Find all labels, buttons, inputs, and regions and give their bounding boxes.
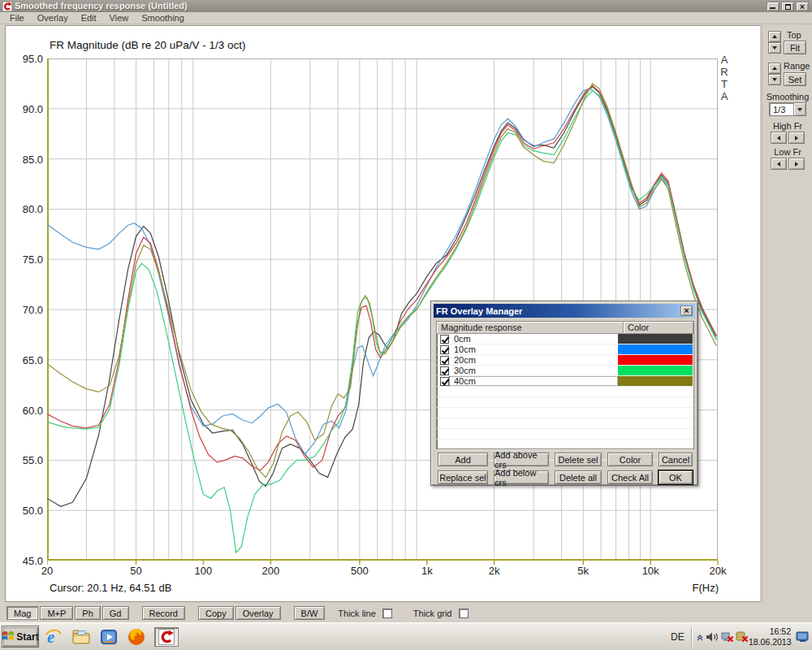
start-label: Start bbox=[16, 631, 38, 643]
x-tick-label: 2k bbox=[474, 565, 515, 577]
range-down-button[interactable] bbox=[768, 74, 781, 85]
thick-line-checkbox[interactable] bbox=[382, 609, 392, 618]
overlay-checkbox-30cm[interactable] bbox=[440, 366, 449, 375]
toolbar-button-record[interactable]: Record bbox=[142, 606, 185, 620]
clock-date: 18.06.2013 bbox=[749, 637, 791, 648]
column-header-magnitude-response[interactable]: Magnitude response bbox=[437, 322, 624, 334]
overlay-label: 0cm bbox=[449, 334, 618, 344]
minimize-button[interactable] bbox=[767, 2, 780, 11]
toolbar-button-copy[interactable]: Copy bbox=[198, 606, 234, 620]
smoothing-value: 1/3 bbox=[770, 105, 793, 115]
color-button[interactable]: Color bbox=[607, 453, 653, 466]
smoothing-dropdown[interactable]: 1/3 bbox=[769, 102, 806, 116]
overlay-row-20cm[interactable]: 20cm bbox=[437, 355, 693, 366]
set-button[interactable]: Set bbox=[784, 72, 806, 86]
smoothing-label: Smoothing bbox=[766, 92, 810, 102]
thick-grid-checkbox[interactable] bbox=[459, 609, 469, 618]
replace-sel-button[interactable]: Replace sel bbox=[438, 470, 488, 484]
overlay-checkbox-20cm[interactable] bbox=[440, 356, 449, 365]
high-fr-right-button[interactable] bbox=[788, 132, 805, 144]
start-button[interactable]: Start bbox=[2, 626, 39, 648]
high-fr-left-button[interactable] bbox=[771, 132, 787, 144]
close-icon: × bbox=[800, 2, 805, 11]
toolbar-button-ph[interactable]: Ph bbox=[75, 606, 100, 620]
y-tick-label: 95.0 bbox=[9, 53, 43, 65]
restore-icon bbox=[785, 4, 791, 10]
thick-line-label: Thick line bbox=[338, 609, 375, 618]
thick-grid-label: Thick grid bbox=[413, 609, 452, 618]
menu-item-view[interactable]: View bbox=[103, 12, 136, 24]
y-tick-label: 80.0 bbox=[9, 203, 43, 215]
y-tick-label: 85.0 bbox=[9, 154, 43, 166]
overlay-checkbox-10cm[interactable] bbox=[440, 345, 449, 354]
color-swatch bbox=[618, 376, 693, 386]
ok-button[interactable]: OK bbox=[659, 470, 693, 484]
network-error-icon[interactable] bbox=[721, 631, 734, 644]
dialog-titlebar[interactable]: FR Overlay Manager × bbox=[434, 304, 695, 318]
firefox-icon[interactable] bbox=[127, 627, 146, 647]
add-above-crs-button[interactable]: Add above crs bbox=[494, 453, 549, 466]
clock[interactable]: 16:52 18.06.2013 bbox=[749, 626, 791, 648]
overlay-label: 30cm bbox=[449, 366, 618, 375]
show-desktop-icon[interactable] bbox=[796, 630, 810, 644]
check-all-button[interactable]: Check All bbox=[607, 470, 653, 484]
x-tick-label: 500 bbox=[339, 565, 380, 577]
overlay-row-30cm[interactable]: 30cm bbox=[437, 366, 693, 376]
language-indicator[interactable]: DE bbox=[671, 631, 685, 643]
empty-row bbox=[437, 408, 693, 418]
arta-letter: A bbox=[719, 90, 730, 102]
overlay-checkbox-40cm[interactable] bbox=[440, 377, 449, 386]
close-button[interactable]: × bbox=[796, 2, 809, 11]
volume-icon[interactable] bbox=[706, 631, 719, 644]
menu-item-edit[interactable]: Edit bbox=[75, 12, 103, 24]
color-swatch bbox=[618, 366, 693, 375]
overlay-row-10cm[interactable]: 10cm bbox=[437, 344, 693, 355]
x-axis-label: F(Hz) bbox=[660, 582, 719, 594]
dropdown-button[interactable] bbox=[793, 103, 806, 115]
arta-letter: R bbox=[719, 66, 730, 78]
range-up-button[interactable] bbox=[768, 63, 781, 74]
menu-item-overlay[interactable]: Overlay bbox=[31, 12, 75, 24]
toolbar-button-overlay[interactable]: Overlay bbox=[235, 606, 281, 620]
internet-explorer-icon[interactable]: e bbox=[44, 627, 63, 647]
add-below-crs-button[interactable]: Add below crs bbox=[494, 470, 549, 484]
overlay-row-0cm[interactable]: 0cm bbox=[437, 334, 693, 344]
add-button[interactable]: Add bbox=[438, 453, 488, 466]
top-down-button[interactable] bbox=[768, 42, 781, 54]
overlay-checkbox-0cm[interactable] bbox=[440, 335, 449, 344]
arta-icon[interactable] bbox=[154, 627, 179, 647]
toolbar-button-bw[interactable]: B/W bbox=[294, 606, 326, 620]
y-tick-label: 65.0 bbox=[9, 354, 43, 366]
color-swatch bbox=[618, 355, 693, 365]
toolbar-group: B/W bbox=[294, 606, 327, 620]
top-up-button[interactable] bbox=[768, 31, 781, 42]
list-header: Magnitude responseColor bbox=[437, 322, 693, 334]
low-fr-right-button[interactable] bbox=[788, 158, 805, 170]
delete-sel-button[interactable]: Delete sel bbox=[555, 453, 602, 466]
delete-all-button[interactable]: Delete all bbox=[555, 470, 602, 484]
fit-button[interactable]: Fit bbox=[784, 41, 806, 54]
hide-icons-chevron[interactable] bbox=[696, 633, 704, 643]
menu-item-smoothing[interactable]: Smoothing bbox=[135, 12, 191, 24]
menu-item-file[interactable]: File bbox=[3, 12, 31, 24]
range-spinner bbox=[768, 63, 781, 85]
overlay-label: 20cm bbox=[449, 355, 618, 365]
window-title: Smoothed frequency response (Untitled) bbox=[15, 0, 767, 12]
update-error-icon[interactable] bbox=[736, 631, 749, 644]
toolbar-group: CopyOverlay bbox=[198, 606, 283, 620]
media-player-icon[interactable] bbox=[99, 627, 119, 647]
column-header-color[interactable]: Color bbox=[624, 322, 693, 334]
dialog-close-button[interactable]: × bbox=[680, 306, 693, 316]
file-explorer-icon[interactable] bbox=[71, 627, 91, 647]
down-arrow-icon bbox=[772, 46, 777, 50]
toolbar-button-mag[interactable]: Mag bbox=[6, 606, 38, 620]
toolbar-button-gd[interactable]: Gd bbox=[102, 606, 129, 620]
low-fr-left-button[interactable] bbox=[771, 158, 787, 170]
right-control-panel: Top Fit Range Set Smoothing 1/3 High Fr … bbox=[762, 25, 812, 602]
overlay-row-40cm[interactable]: 40cm bbox=[437, 376, 693, 387]
high-fr-label: High Fr bbox=[766, 121, 810, 131]
restore-button[interactable] bbox=[781, 2, 794, 11]
toolbar-button-mp[interactable]: M+P bbox=[40, 606, 73, 620]
top-spinner bbox=[768, 31, 781, 54]
cancel-button[interactable]: Cancel bbox=[659, 453, 693, 466]
